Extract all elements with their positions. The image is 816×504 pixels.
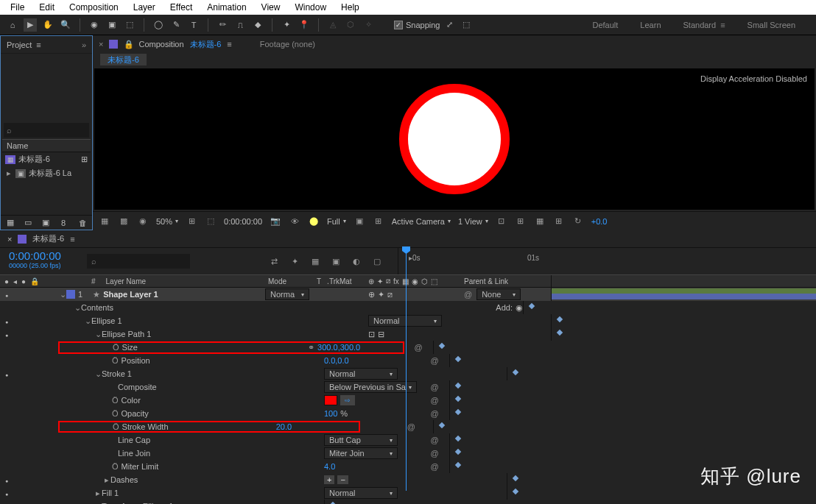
- prop-fill1[interactable]: Fill 1: [102, 489, 119, 497]
- draft3d-icon[interactable]: ▢: [371, 255, 383, 267]
- folder-new-icon[interactable]: ▭: [21, 216, 35, 230]
- grid2-icon[interactable]: ⊞: [373, 216, 384, 227]
- prop-ellipse-path[interactable]: Ellipse Path 1: [102, 330, 151, 338]
- twirl-icon[interactable]: ⌄: [74, 303, 81, 313]
- visibility-toggle[interactable]: [0, 475, 13, 484]
- twirl-icon[interactable]: ▸: [5, 168, 13, 178]
- sw1-icon[interactable]: ⊕: [368, 277, 374, 285]
- blend-dropdown[interactable]: Normal: [324, 487, 398, 499]
- home-icon[interactable]: ⌂: [6, 18, 19, 32]
- mesh3-icon[interactable]: ✧: [362, 18, 375, 32]
- menu-layer[interactable]: Layer: [126, 1, 163, 14]
- orbit-tool-icon[interactable]: ◉: [88, 18, 101, 32]
- reset-exp-icon[interactable]: ↻: [572, 216, 584, 227]
- time-ruler[interactable]: ▸0s 01s: [398, 248, 816, 274]
- hand-tool-icon[interactable]: ✋: [41, 18, 54, 32]
- text-tool-icon[interactable]: T: [187, 18, 200, 32]
- expression-pickwhip-icon[interactable]: @: [430, 383, 438, 391]
- prop-linecap[interactable]: Line Cap: [118, 436, 150, 444]
- mode-col[interactable]: Mode: [265, 275, 317, 287]
- composition-viewer[interactable]: Display Acceleration Disabled: [94, 68, 815, 210]
- motion-blur-icon[interactable]: ▣: [330, 255, 342, 267]
- solo-col-icon[interactable]: ●: [21, 277, 26, 285]
- layer-name[interactable]: Shape Layer 1: [103, 290, 158, 299]
- menu-animation[interactable]: Animation: [200, 1, 253, 14]
- timeline-icon[interactable]: ▦: [534, 216, 546, 227]
- roto-tool-icon[interactable]: ✦: [280, 18, 293, 32]
- interpret-icon[interactable]: ▦: [4, 216, 17, 230]
- num-col[interactable]: #: [91, 277, 96, 285]
- flowchart-icon[interactable]: ⊞: [81, 155, 88, 164]
- stopwatch-icon[interactable]: Ö: [113, 343, 119, 352]
- stroke-width-value[interactable]: 20.0: [276, 422, 292, 431]
- twirl-icon[interactable]: ▸: [103, 475, 110, 485]
- prop-dashes[interactable]: Dashes: [110, 475, 138, 484]
- sw6-icon[interactable]: ◉: [412, 277, 418, 285]
- sw7-icon[interactable]: ⬡: [421, 277, 428, 285]
- mask-icon[interactable]: ◉: [137, 216, 149, 227]
- snapping-checkbox[interactable]: ✓: [394, 21, 403, 29]
- expression-pickwhip-icon[interactable]: @: [430, 436, 438, 444]
- linejoin-dropdown[interactable]: Miter Join: [324, 447, 398, 459]
- sw8-icon[interactable]: ⬚: [431, 277, 437, 285]
- close-tab-icon[interactable]: ×: [7, 235, 12, 244]
- graph-icon[interactable]: ◐: [351, 255, 362, 267]
- visibility-toggle[interactable]: [0, 316, 13, 325]
- workspace-menu-icon[interactable]: ≡: [720, 21, 725, 29]
- layer-color-swatch[interactable]: [66, 290, 75, 299]
- project-search[interactable]: ⌕: [4, 123, 89, 138]
- brush-tool-icon[interactable]: ✏: [216, 18, 229, 32]
- layername-col[interactable]: Layer Name: [106, 277, 146, 285]
- pen-tool-icon[interactable]: ✎: [169, 18, 183, 32]
- twirl-icon[interactable]: ▸: [94, 502, 102, 505]
- eye-col-icon[interactable]: ●: [4, 277, 9, 285]
- blend-dropdown[interactable]: Normal: [368, 315, 442, 327]
- show-snapshot-icon[interactable]: 👁: [289, 216, 300, 227]
- breadcrumb[interactable]: 未标题-6: [100, 54, 147, 65]
- eyedropper-icon[interactable]: ⇨: [340, 395, 355, 405]
- lock-icon[interactable]: 🔒: [124, 40, 133, 49]
- prop-stroke1[interactable]: Stroke 1: [102, 369, 132, 378]
- project-tab[interactable]: Project: [7, 40, 32, 49]
- visibility-toggle[interactable]: [0, 330, 13, 338]
- project-col-name[interactable]: Name: [2, 139, 91, 152]
- timecode-display[interactable]: 0:00:00:00: [224, 217, 262, 226]
- transparency-icon[interactable]: ▩: [118, 216, 130, 227]
- prop-color[interactable]: Color: [122, 396, 141, 405]
- visibility-toggle[interactable]: [0, 369, 13, 378]
- trkmat-col[interactable]: .TrkMat: [327, 277, 352, 285]
- sw3-icon[interactable]: ⧄: [386, 277, 390, 285]
- mesh2-icon[interactable]: ⬡: [344, 18, 357, 32]
- t-col[interactable]: T: [317, 277, 321, 285]
- comp-mini-icon[interactable]: ⇄: [268, 255, 280, 267]
- stopwatch-icon[interactable]: Ö: [113, 422, 119, 431]
- visibility-toggle[interactable]: [0, 489, 13, 497]
- twirl-icon[interactable]: ⌄: [94, 330, 102, 339]
- prop-size[interactable]: Size: [122, 343, 138, 352]
- remove-dash-button[interactable]: −: [337, 475, 348, 484]
- pixel-ar-icon[interactable]: ⊡: [496, 216, 507, 227]
- prop-composite[interactable]: Composite: [118, 383, 157, 391]
- prop-position[interactable]: Position: [122, 356, 150, 365]
- add-dash-button[interactable]: +: [324, 475, 334, 484]
- roi-icon[interactable]: ▣: [354, 216, 365, 227]
- twirl-icon[interactable]: ⌄: [84, 316, 91, 326]
- stopwatch-icon[interactable]: Ö: [112, 462, 119, 471]
- project-item-folder[interactable]: ▸ ▣ 未标题-6 La: [2, 166, 91, 180]
- pickwhip-icon[interactable]: @: [464, 290, 472, 299]
- puppet-tool-icon[interactable]: 📍: [298, 18, 311, 32]
- bpc-icon[interactable]: 8: [57, 216, 70, 230]
- expression-pickwhip-icon[interactable]: @: [407, 422, 415, 431]
- menu-window[interactable]: Window: [287, 1, 334, 14]
- eraser-tool-icon[interactable]: ◆: [251, 18, 264, 32]
- composite-dropdown[interactable]: Below Previous in Sa: [324, 381, 417, 393]
- clone-tool-icon[interactable]: ⎍: [233, 18, 247, 32]
- mesh-icon[interactable]: ◬: [326, 18, 340, 32]
- panel-expand-icon[interactable]: »: [82, 40, 86, 49]
- prop-ellipse1[interactable]: Ellipse 1: [91, 316, 122, 325]
- sw4-icon[interactable]: fx: [393, 277, 399, 285]
- camera-tool-icon[interactable]: ▣: [105, 18, 119, 32]
- guides-icon[interactable]: ⬚: [205, 216, 217, 227]
- resolution-dropdown[interactable]: Full: [327, 217, 346, 226]
- workspace-default[interactable]: Default: [593, 21, 619, 29]
